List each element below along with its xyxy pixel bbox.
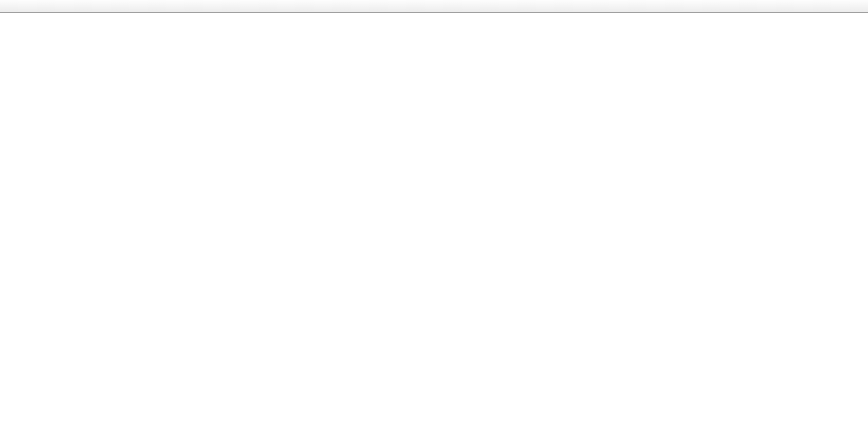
main-toolbar — [0, 0, 868, 13]
mt4-application — [0, 0, 868, 442]
chart-window[interactable] — [0, 13, 868, 442]
